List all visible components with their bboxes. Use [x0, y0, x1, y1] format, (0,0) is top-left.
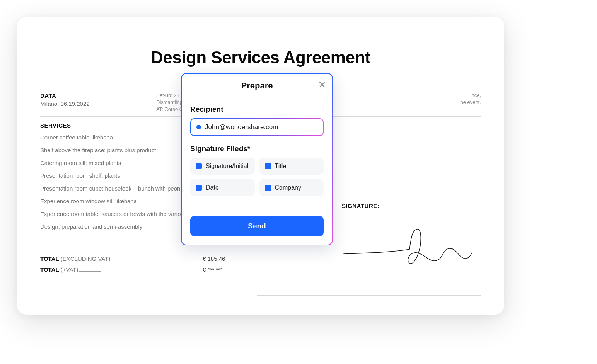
data-label: DATA [40, 92, 156, 99]
recipient-input-wrapper [190, 118, 324, 136]
signature-fields-label: Signature Fileds* [190, 145, 324, 153]
right-meta-2: he event. [346, 99, 481, 105]
chip-company[interactable]: Company [259, 179, 324, 196]
data-value: Milano, 06.19.2022 [40, 100, 156, 107]
modal-inner: Prepare Recipient Signature Fileds* Sign… [182, 74, 332, 245]
chip-label: Signature/Initial [206, 163, 248, 170]
total-label-bold-2: TOTAL [40, 266, 59, 273]
chip-label: Title [275, 163, 287, 170]
chip-title[interactable]: Title [259, 158, 324, 175]
signature-area: SIGNATURE: [342, 202, 473, 271]
modal-body: Recipient Signature Fileds* Signature/In… [182, 97, 332, 209]
total-value-incl: € ***,*** [203, 266, 223, 273]
recipient-dot-icon [196, 125, 201, 129]
signature-label: SIGNATURE: [342, 202, 473, 209]
checkbox-icon [265, 185, 271, 191]
total-label-rest-2: (+VAT) [59, 266, 78, 273]
signature-icon [342, 223, 473, 269]
checkbox-icon [265, 163, 271, 169]
send-button[interactable]: Send [190, 216, 324, 236]
recipient-label: Recipient [190, 105, 324, 114]
modal-header: Prepare [182, 74, 332, 97]
chip-label: Date [206, 184, 219, 191]
chip-date[interactable]: Date [190, 179, 255, 196]
divider [39, 260, 210, 260]
signature-fields-grid: Signature/Initial Title Date Company [190, 158, 324, 196]
document-title: Design Services Agreement [17, 48, 504, 67]
prepare-modal: Prepare Recipient Signature Fileds* Sign… [181, 73, 333, 245]
total-label-rest: (EXCLUDING VAT) [59, 255, 111, 262]
close-button[interactable] [317, 80, 327, 89]
data-column: DATA Milano, 06.19.2022 [40, 92, 156, 113]
recipient-input[interactable] [205, 123, 317, 131]
modal-title: Prepare [182, 81, 332, 91]
divider [257, 295, 481, 296]
right-meta-1: nce, [346, 92, 481, 98]
recipient-input-inner[interactable] [191, 119, 323, 135]
modal-footer: Send [182, 209, 332, 245]
checkbox-icon [196, 163, 202, 169]
total-value-excl: € 185,46 [203, 255, 225, 262]
close-icon [319, 82, 325, 88]
chip-label: Company [275, 184, 301, 191]
total-underline [79, 266, 101, 272]
checkbox-icon [196, 185, 202, 191]
chip-signature-initial[interactable]: Signature/Initial [190, 158, 255, 175]
total-label-bold: TOTAL [40, 255, 59, 262]
